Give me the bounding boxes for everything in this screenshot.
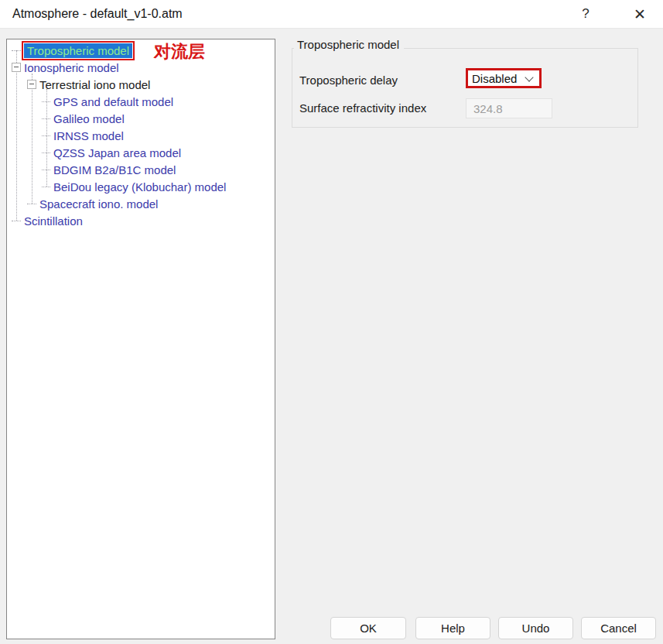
tree-item-terrestrial-iono-model[interactable]: Terrestrial iono model: [7, 76, 273, 93]
tree-stub: [42, 152, 50, 153]
help-button[interactable]: Help: [415, 617, 490, 639]
tree-stub: [42, 187, 50, 187]
red-annotation-box: Disabled: [466, 68, 542, 88]
surface-refractivity-label: Surface refractivity index: [299, 101, 426, 115]
groupbox-frame: [292, 48, 638, 128]
tree-item-ionospheric-model[interactable]: Ionospheric model: [7, 59, 273, 76]
collapse-minus-icon[interactable]: [27, 80, 36, 89]
tree-stub: [42, 118, 50, 119]
tropospheric-delay-dropdown[interactable]: Disabled: [468, 70, 539, 86]
collapse-minus-icon[interactable]: [12, 63, 21, 72]
tree-item-qzss-japan-area-model[interactable]: QZSS Japan area model: [7, 144, 273, 161]
title-bar: Atmosphere - default_v1-0.atm ? ✕: [0, 0, 663, 29]
model-tree: Tropospheric model Ionospheric model Ter…: [6, 39, 275, 639]
tree-item-label: Galileo model: [53, 112, 125, 125]
tropospheric-delay-label: Tropospheric delay: [299, 74, 398, 87]
tree-item-label: Ionospheric model: [24, 61, 119, 74]
tree-item-gps-and-default-model[interactable]: GPS and default model: [7, 93, 273, 110]
tree-item-spacecraft-iono-model[interactable]: Spacecraft iono. model: [7, 195, 273, 212]
tree-item-label: Tropospheric model: [24, 43, 132, 58]
tree-rows: Tropospheric model Ionospheric model Ter…: [7, 42, 273, 229]
tree-item-label: Terrestrial iono model: [39, 78, 150, 91]
undo-button[interactable]: Undo: [498, 617, 573, 639]
tree-item-label: Spacecraft iono. model: [39, 197, 158, 211]
tree-stub: [27, 204, 36, 204]
tree-item-scintillation[interactable]: Scintillation: [7, 212, 273, 229]
window-title: Atmosphere - default_v1-0.atm: [12, 0, 183, 28]
tree-stub: [42, 170, 50, 170]
tree-item-galileo-model[interactable]: Galileo model: [7, 110, 273, 127]
tree-item-label: Scintillation: [24, 214, 83, 228]
tree-stub: [12, 221, 21, 221]
tree-stub: [42, 135, 50, 136]
tree-item-label: QZSS Japan area model: [53, 146, 181, 159]
groupbox-title: Tropospheric model: [294, 38, 404, 52]
tree-item-label: GPS and default model: [53, 95, 173, 108]
dropdown-value: Disabled: [472, 72, 517, 85]
tree-item-label: IRNSS model: [53, 129, 124, 142]
tree-item-label: BDGIM B2a/B1C model: [53, 163, 176, 176]
tree-item-beidou-legacy-klobuchar-model[interactable]: BeiDou legacy (Klobuchar) model: [7, 178, 273, 195]
help-icon[interactable]: ?: [573, 2, 598, 26]
tree-stub: [12, 50, 21, 51]
red-annotation-text: 对流层: [154, 42, 205, 62]
tree-item-label: BeiDou legacy (Klobuchar) model: [53, 180, 226, 194]
close-icon[interactable]: ✕: [627, 2, 652, 26]
cancel-button[interactable]: Cancel: [581, 617, 656, 639]
tree-item-bdgim-b2a-b1c-model[interactable]: BDGIM B2a/B1C model: [7, 161, 273, 178]
tree-stub: [42, 101, 50, 102]
chevron-down-icon: [525, 73, 533, 81]
surface-refractivity-input: [466, 98, 552, 118]
tropospheric-model-groupbox: Tropospheric model Tropospheric delay Di…: [292, 35, 638, 128]
tree-item-tropospheric-model[interactable]: Tropospheric model: [7, 42, 273, 59]
tree-item-irnss-model[interactable]: IRNSS model: [7, 127, 273, 144]
ok-button[interactable]: OK: [330, 617, 406, 639]
